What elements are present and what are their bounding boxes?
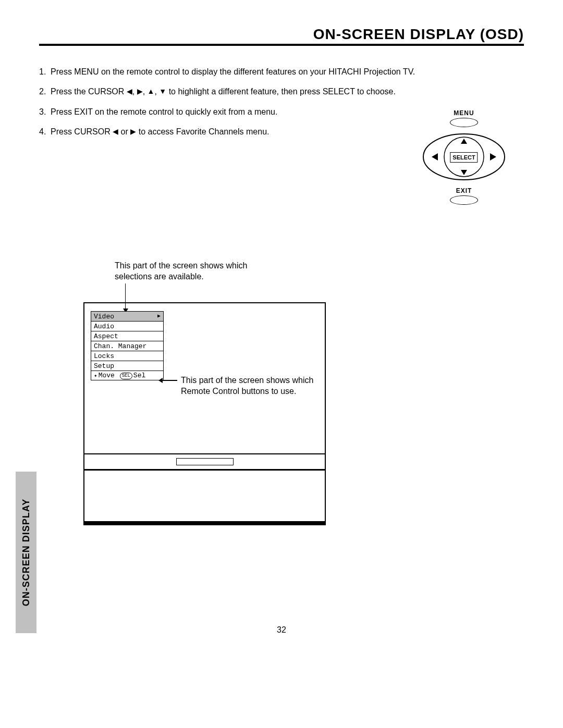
tv-outline: Video ▶ Audio Aspect Chan. Manager Locks… xyxy=(83,302,326,525)
page-title: ON-SCREEN DISPLAY (OSD) xyxy=(39,26,524,46)
callout-arrow-icon xyxy=(162,380,177,381)
exit-label: EXIT xyxy=(417,187,511,194)
chevron-right-icon: ▶ xyxy=(157,314,161,319)
menu-item-setup: Setup xyxy=(91,361,164,371)
menu-hint-bar: ✦Move SELSel xyxy=(91,371,164,380)
exit-button-shape xyxy=(450,195,478,205)
side-tab-label: ON-SCREEN DISPLAY xyxy=(21,499,32,606)
menu-item-audio: Audio xyxy=(91,321,164,331)
move-icon: ✦ xyxy=(94,373,97,379)
osd-menu: Video ▶ Audio Aspect Chan. Manager Locks… xyxy=(91,311,164,380)
sel-badge: SEL xyxy=(120,373,132,379)
menu-item-video: Video ▶ xyxy=(91,311,164,321)
tv-control-strip xyxy=(176,458,234,465)
tv-control-panel xyxy=(84,454,325,470)
tv-illustration: This part of the screen shows which sele… xyxy=(83,302,326,525)
menu-item-chan-manager: Chan. Manager xyxy=(91,341,164,351)
instruction-item: 2.Press the CURSOR ◀, ▶, ▲, ▼ to highlig… xyxy=(39,84,524,100)
tv-base xyxy=(84,521,325,524)
left-icon: ◀ xyxy=(113,127,118,135)
tv-cabinet xyxy=(84,470,325,521)
dpad: SELECT xyxy=(422,132,506,182)
right-icon: ▶ xyxy=(137,87,143,95)
down-icon: ▼ xyxy=(159,87,166,95)
left-icon: ◀ xyxy=(127,87,132,95)
right-icon: ▶ xyxy=(130,127,136,135)
menu-button-shape xyxy=(450,118,478,127)
callout-selections: This part of the screen shows which sele… xyxy=(115,261,250,282)
tv-screen: Video ▶ Audio Aspect Chan. Manager Locks… xyxy=(84,303,325,454)
menu-label: MENU xyxy=(417,109,511,117)
callout-buttons: This part of the screen shows which Remo… xyxy=(181,375,316,397)
menu-item-aspect: Aspect xyxy=(91,331,164,341)
page-number: 32 xyxy=(277,625,286,635)
menu-item-locks: Locks xyxy=(91,351,164,361)
select-label: SELECT xyxy=(450,152,478,163)
instruction-item: 1.Press MENU on the remote control to di… xyxy=(39,64,524,80)
up-icon: ▲ xyxy=(148,87,155,95)
remote-diagram: MENU SELECT EXIT xyxy=(417,109,511,210)
side-tab: ON-SCREEN DISPLAY xyxy=(16,472,36,633)
